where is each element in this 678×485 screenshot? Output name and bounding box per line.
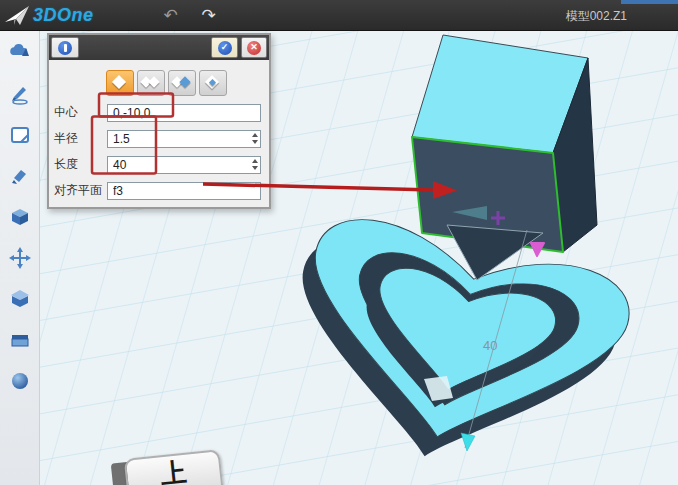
mode-intersect-button[interactable]	[199, 70, 227, 96]
section-view-icon	[8, 328, 32, 352]
align-plane-input[interactable]	[107, 182, 261, 200]
spin-down-icon[interactable]	[252, 166, 258, 170]
mode-base-solid-button[interactable]	[106, 70, 134, 96]
sidebar-item-edit-trim[interactable]	[7, 163, 33, 189]
undo-icon[interactable]: ↶	[158, 3, 184, 27]
sidebar-item-material-render[interactable]	[7, 368, 33, 394]
field-row-length: 长度	[54, 155, 261, 174]
spin-up-icon[interactable]	[252, 133, 258, 137]
paper-plane-icon	[4, 3, 30, 27]
tab-accent-strip	[621, 0, 678, 4]
move-transform-icon	[8, 246, 32, 270]
confirm-button[interactable]: ✓	[211, 37, 238, 58]
feature-cube-icon	[8, 205, 32, 229]
combine-solids-icon	[8, 287, 32, 311]
mode-add-button[interactable]	[137, 70, 165, 96]
redo-icon[interactable]: ↷	[196, 3, 222, 27]
close-circle-icon: ✕	[247, 41, 261, 55]
field-row-radius: 半径	[54, 129, 261, 148]
dialog-header: ✓ ✕	[49, 35, 269, 60]
field-row-center: 中心	[54, 103, 261, 122]
cylinder-parameter-dialog: ✓ ✕ 中心 半径	[47, 33, 271, 209]
sidebar-item-sketch-plane[interactable]	[7, 122, 33, 148]
align-plane-label: 对齐平面	[54, 182, 107, 199]
diamond-icon	[148, 76, 159, 87]
sidebar-item-combine-solids[interactable]	[7, 286, 33, 312]
spin-up-icon[interactable]	[252, 159, 258, 163]
radius-label: 半径	[54, 130, 107, 147]
sidebar-item-feature-cube[interactable]	[7, 204, 33, 230]
tool-sidebar	[0, 30, 40, 485]
radius-input[interactable]	[107, 130, 261, 148]
diamond-icon	[112, 75, 126, 89]
sidebar-item-sketch-pen[interactable]	[7, 81, 33, 107]
sidebar-item-solid-shapes[interactable]	[7, 40, 33, 66]
sketch-pen-icon	[8, 82, 32, 106]
diamond-blue-icon	[179, 76, 190, 87]
document-title: 模型002.Z1	[566, 8, 627, 25]
solid-shapes-icon	[8, 41, 32, 65]
spin-down-icon[interactable]	[252, 140, 258, 144]
center-input[interactable]	[107, 104, 261, 122]
sidebar-item-move-transform[interactable]	[7, 245, 33, 271]
check-circle-icon: ✓	[218, 41, 232, 55]
edit-trim-icon	[8, 164, 32, 188]
view-cube-label: 上	[159, 455, 189, 485]
info-circle-icon	[58, 41, 72, 55]
info-button[interactable]	[51, 37, 79, 58]
app-logo: 3DOne	[4, 3, 94, 27]
material-sphere-icon	[8, 369, 32, 393]
app-title: 3DOne	[33, 5, 94, 26]
titlebar: 3DOne ↶ ↷ 模型002.Z1	[0, 0, 678, 31]
dimension-label: 40	[483, 338, 497, 353]
center-label: 中心	[54, 104, 107, 121]
length-label: 长度	[54, 156, 107, 173]
field-row-align-plane: 对齐平面	[54, 181, 261, 200]
close-button[interactable]: ✕	[241, 37, 267, 58]
mode-subtract-button[interactable]	[168, 70, 196, 96]
length-input[interactable]	[107, 156, 261, 174]
sidebar-item-section-view[interactable]	[7, 327, 33, 353]
sketch-plane-icon	[8, 123, 32, 147]
boolean-mode-buttons	[106, 70, 269, 96]
